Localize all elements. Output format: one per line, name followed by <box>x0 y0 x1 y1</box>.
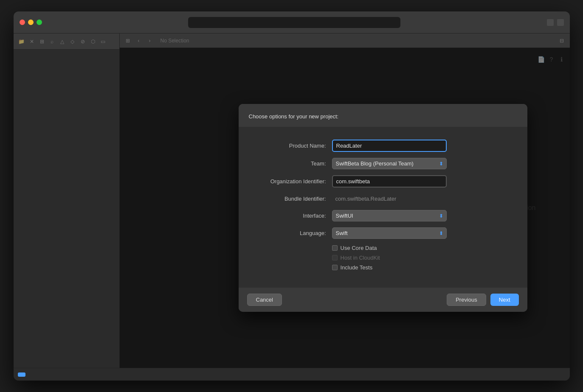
modal-overlay: Choose options for your new project: Pro… <box>120 48 570 368</box>
modal-header: Choose options for your new project: <box>239 104 527 127</box>
new-project-dialog: Choose options for your new project: Pro… <box>239 104 527 312</box>
title-bar-center <box>42 17 547 28</box>
host-cloudkit-label: Host in CloudKit <box>341 255 380 261</box>
bottom-bar <box>14 368 570 381</box>
bundle-id-value: com.swiftbeta.ReadLater <box>332 193 447 204</box>
include-tests-checkbox[interactable] <box>332 265 338 270</box>
title-bar-right <box>547 19 564 26</box>
product-name-input[interactable] <box>332 140 447 152</box>
interface-select[interactable]: SwiftUI Storyboard <box>332 210 447 221</box>
language-select-wrapper: Swift Objective-C ⬍ <box>332 227 447 239</box>
sidebar-toolbar: 📁 ✕ ⊞ ⌕ △ ◇ ⊘ ⬡ ▭ <box>14 34 119 50</box>
editor-grid-icon[interactable]: ⊞ <box>124 37 132 45</box>
sidebar: 📁 ✕ ⊞ ⌕ △ ◇ ⊘ ⬡ ▭ <box>14 34 120 368</box>
layers-icon[interactable]: ⬡ <box>89 38 97 45</box>
interface-label: Interface: <box>247 213 332 219</box>
editor-area: ⊞ ‹ › No Selection ⊟ Choose options for … <box>120 34 570 368</box>
org-id-row: Organization Identifier: <box>247 175 519 188</box>
editor-content: Choose options for your new project: Pro… <box>120 48 570 368</box>
use-core-data-label: Use Core Data <box>341 245 377 251</box>
language-label: Language: <box>247 230 332 236</box>
grid-icon[interactable]: ⊞ <box>38 38 46 45</box>
include-tests-row: Include Tests <box>332 264 519 271</box>
search-bar[interactable] <box>188 17 400 28</box>
nav-back-icon[interactable]: ‹ <box>135 37 143 45</box>
doc-icon[interactable]: ▭ <box>99 38 107 45</box>
traffic-lights <box>20 20 42 25</box>
editor-no-selection: No Selection <box>161 38 189 44</box>
modal-body: Product Name: Team: SwiftBeta Blog (Pers… <box>239 127 527 288</box>
cancel-button[interactable]: Cancel <box>247 294 282 306</box>
nav-forward-icon[interactable]: › <box>146 37 154 45</box>
minimize-button[interactable] <box>28 20 34 25</box>
bundle-id-row: Bundle Identifier: com.swiftbeta.ReadLat… <box>247 193 519 204</box>
language-row: Language: Swift Objective-C ⬍ <box>247 227 519 239</box>
checkbox-group: Use Core Data Host in CloudKit Include T… <box>332 245 519 271</box>
host-cloudkit-row: Host in CloudKit <box>332 255 519 261</box>
add-icon[interactable] <box>547 19 554 26</box>
modal-footer: Cancel Previous Next <box>239 288 527 312</box>
close-button[interactable] <box>20 20 25 25</box>
product-name-row: Product Name: <box>247 140 519 152</box>
product-name-label: Product Name: <box>247 143 332 149</box>
interface-row: Interface: SwiftUI Storyboard ⬍ <box>247 210 519 221</box>
warning-icon[interactable]: △ <box>59 38 66 45</box>
bundle-id-label: Bundle Identifier: <box>247 196 332 202</box>
team-row: Team: SwiftBeta Blog (Personal Team) ⬍ <box>247 158 519 169</box>
use-core-data-row: Use Core Data <box>332 245 519 251</box>
maximize-button[interactable] <box>37 20 42 25</box>
pin-icon[interactable]: ⊘ <box>79 38 87 45</box>
x-icon[interactable]: ✕ <box>28 38 36 45</box>
interface-select-wrapper: SwiftUI Storyboard ⬍ <box>332 210 447 221</box>
modal-title: Choose options for your new project: <box>249 113 339 120</box>
org-id-input[interactable] <box>332 175 447 188</box>
folder-icon[interactable]: 📁 <box>18 38 25 45</box>
org-id-label: Organization Identifier: <box>247 178 332 185</box>
host-cloudkit-checkbox[interactable] <box>332 255 338 260</box>
editor-toolbar: ⊞ ‹ › No Selection ⊟ <box>120 34 570 48</box>
app-window: 📁 ✕ ⊞ ⌕ △ ◇ ⊘ ⬡ ▭ ⊞ ‹ › No Selection ⊟ <box>14 11 570 381</box>
team-select-wrapper: SwiftBeta Blog (Personal Team) ⬍ <box>332 158 447 169</box>
next-button[interactable]: Next <box>490 294 519 306</box>
previous-button[interactable]: Previous <box>447 294 486 306</box>
language-select[interactable]: Swift Objective-C <box>332 227 447 239</box>
use-core-data-checkbox[interactable] <box>332 245 338 251</box>
include-tests-label: Include Tests <box>341 264 373 271</box>
team-label: Team: <box>247 160 332 167</box>
main-content: 📁 ✕ ⊞ ⌕ △ ◇ ⊘ ⬡ ▭ ⊞ ‹ › No Selection ⊟ <box>14 34 570 368</box>
nav-buttons: Previous Next <box>447 294 518 306</box>
search-icon[interactable]: ⌕ <box>48 38 56 45</box>
split-view-icon[interactable] <box>557 19 564 26</box>
diamond-icon[interactable]: ◇ <box>69 38 76 45</box>
bottom-indicator <box>18 372 25 377</box>
team-select[interactable]: SwiftBeta Blog (Personal Team) <box>332 158 447 169</box>
title-bar <box>14 11 570 34</box>
editor-view-icon[interactable]: ⊟ <box>558 37 566 45</box>
